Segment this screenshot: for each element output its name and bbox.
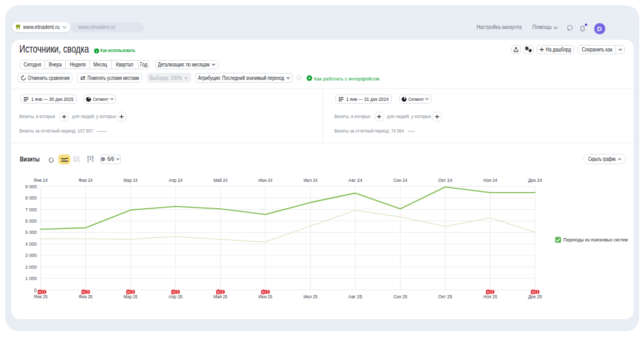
- svg-text:Дек 25: Дек 25: [528, 294, 542, 299]
- svg-text:8 000: 8 000: [25, 195, 37, 201]
- svg-text:Июн 24: Июн 24: [259, 178, 273, 183]
- svg-text:5 000: 5 000: [25, 229, 37, 235]
- svg-text:7 000: 7 000: [25, 207, 37, 212]
- svg-text:2 000: 2 000: [25, 264, 37, 270]
- svg-text:Май 24: Май 24: [214, 178, 228, 183]
- svg-text:Н: Н: [172, 290, 174, 293]
- svg-text:Н: Н: [262, 290, 265, 293]
- svg-text:Н: Н: [487, 290, 489, 293]
- svg-text:Окт 24: Окт 24: [438, 178, 452, 183]
- svg-text:Фев 24: Фев 24: [79, 178, 93, 183]
- svg-text:Н: Н: [127, 290, 129, 293]
- svg-text:Авг 25: Авг 25: [348, 294, 362, 299]
- svg-text:Н: Н: [83, 290, 85, 293]
- svg-text:3 000: 3 000: [25, 252, 37, 258]
- svg-text:0: 0: [34, 287, 36, 293]
- svg-text:Переходы из поисковых систем: Переходы из поисковых систем: [564, 237, 628, 243]
- svg-text:Сен 25: Сен 25: [393, 294, 407, 299]
- svg-text:Янв 25: Янв 25: [34, 294, 48, 299]
- svg-text:9 000: 9 000: [25, 183, 37, 189]
- svg-text:Сен 24: Сен 24: [393, 178, 407, 183]
- svg-text:Мар 24: Мар 24: [123, 178, 137, 183]
- svg-text:Ноя 24: Ноя 24: [483, 178, 497, 183]
- svg-text:Июн 25: Июн 25: [259, 294, 273, 299]
- svg-text:Н: Н: [217, 290, 219, 293]
- svg-text:Июл 25: Июл 25: [303, 294, 317, 299]
- svg-text:Авг 24: Авг 24: [348, 178, 362, 183]
- svg-text:Н: Н: [532, 290, 534, 293]
- svg-text:Июл 24: Июл 24: [303, 178, 317, 183]
- svg-text:Ноя 25: Ноя 25: [483, 294, 497, 299]
- svg-text:Дек 24: Дек 24: [528, 178, 542, 183]
- svg-text:Фев 25: Фев 25: [79, 294, 93, 299]
- svg-text:1 000: 1 000: [25, 275, 37, 281]
- svg-text:Апр 24: Апр 24: [169, 178, 182, 183]
- svg-text:Апр 25: Апр 25: [169, 294, 182, 299]
- svg-text:6 000: 6 000: [25, 218, 37, 224]
- svg-text:4 000: 4 000: [25, 241, 37, 247]
- svg-text:Мар 25: Мар 25: [123, 294, 137, 299]
- svg-text:Окт 25: Окт 25: [438, 294, 452, 299]
- svg-text:Н: Н: [39, 290, 41, 293]
- svg-text:Май 25: Май 25: [214, 294, 228, 299]
- svg-text:Янв 24: Янв 24: [34, 178, 48, 183]
